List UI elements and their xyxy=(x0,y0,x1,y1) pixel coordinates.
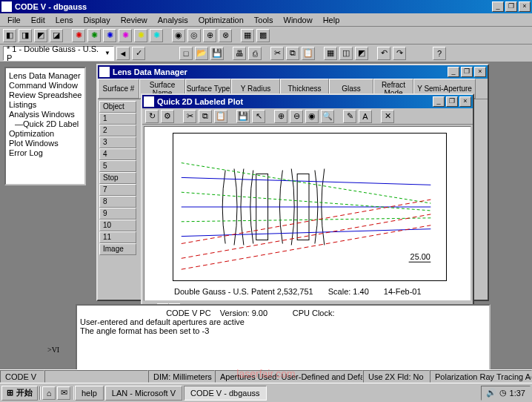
pointer-icon[interactable]: ↖ xyxy=(252,110,265,123)
row-header[interactable]: 10 xyxy=(99,220,136,231)
refresh-icon[interactable]: ↻ xyxy=(145,110,159,123)
col-surface-num[interactable]: Surface # xyxy=(98,79,139,99)
preview-icon[interactable]: ⎙ xyxy=(248,47,262,60)
save-icon[interactable]: 💾 xyxy=(236,110,250,123)
tool-icon[interactable]: ◉ xyxy=(172,29,185,42)
row-header[interactable]: 7 xyxy=(99,184,136,196)
tool-icon[interactable]: ◨ xyxy=(19,29,32,42)
minimize-button[interactable]: _ xyxy=(433,96,445,107)
new-icon[interactable]: □ xyxy=(179,47,193,60)
menu-window[interactable]: Window xyxy=(279,14,317,26)
cut-icon[interactable]: ✂ xyxy=(270,47,284,60)
zoom-fit-icon[interactable]: ◉ xyxy=(305,110,319,123)
maximize-button[interactable]: ❐ xyxy=(461,67,473,77)
gear-icon[interactable]: ✺ xyxy=(72,29,85,42)
tree-item[interactable]: —Quick 2D Label xyxy=(9,119,82,129)
open-icon[interactable]: 📂 xyxy=(195,47,208,60)
gear-icon[interactable]: ✺ xyxy=(103,29,116,42)
tree-item[interactable]: Error Log xyxy=(9,148,82,158)
table-icon[interactable]: ▦ xyxy=(324,47,337,60)
taskbar-task[interactable]: LAN - Microsoft V xyxy=(105,386,182,401)
minimize-button[interactable]: _ xyxy=(492,1,504,12)
row-header[interactable]: 9 xyxy=(99,208,136,220)
tree-item[interactable]: Optimization xyxy=(9,129,82,139)
row-header[interactable]: Stop xyxy=(99,172,136,184)
maximize-button[interactable]: ❐ xyxy=(446,96,458,107)
redo-icon[interactable]: ↷ xyxy=(393,47,406,60)
menu-display[interactable]: Display xyxy=(79,14,115,26)
check-icon[interactable]: ✓ xyxy=(132,47,145,60)
save-icon[interactable]: 💾 xyxy=(210,47,224,60)
row-header[interactable]: 1 xyxy=(99,113,136,125)
quicklaunch-icon[interactable]: ⌂ xyxy=(42,386,56,400)
copy-icon[interactable]: ⧉ xyxy=(199,110,212,123)
menu-edit[interactable]: Edit xyxy=(27,14,50,26)
menu-lens[interactable]: Lens xyxy=(51,14,78,26)
close-button[interactable]: × xyxy=(519,1,531,12)
tool-icon[interactable]: ⊕ xyxy=(203,29,216,42)
cut-icon[interactable]: ✂ xyxy=(183,110,196,123)
start-button[interactable]: ⊞ 开始 xyxy=(1,386,38,401)
tool-icon[interactable]: ◫ xyxy=(339,47,353,60)
print-icon[interactable]: 🖶 xyxy=(233,47,246,60)
row-header[interactable]: Object xyxy=(99,101,136,113)
gear-icon[interactable]: ✺ xyxy=(134,29,147,42)
navigator-panel[interactable]: Lens Data Manager Command Window Review … xyxy=(4,67,86,185)
delete-icon[interactable]: ✕ xyxy=(381,110,394,123)
tray-icon[interactable]: ◷ xyxy=(499,388,507,398)
row-header[interactable]: 8 xyxy=(99,196,136,208)
gear-icon[interactable]: ⚙ xyxy=(161,110,174,123)
tray-icon[interactable]: 🔊 xyxy=(486,388,496,398)
menu-tools[interactable]: Tools xyxy=(250,14,278,26)
zoom-in-icon[interactable]: ⊕ xyxy=(274,110,287,123)
minimize-button[interactable]: _ xyxy=(448,67,459,77)
menu-review[interactable]: Review xyxy=(116,14,152,26)
taskbar-task[interactable]: help xyxy=(75,386,104,401)
text-icon[interactable]: A xyxy=(359,110,372,123)
taskbar-task[interactable]: CODE V - dbgauss xyxy=(184,386,267,401)
plot-titlebar[interactable]: Quick 2D Labeled Plot _ ❐ × xyxy=(142,95,473,108)
tool-icon[interactable]: ◎ xyxy=(187,29,201,42)
row-header[interactable]: 3 xyxy=(99,136,136,148)
gear-icon[interactable]: ✺ xyxy=(119,29,132,42)
gear-icon[interactable]: ✺ xyxy=(150,29,163,42)
tree-item[interactable]: Listings xyxy=(9,100,82,110)
tool-icon[interactable]: ◧ xyxy=(3,29,16,42)
row-header[interactable]: 4 xyxy=(99,148,136,160)
document-combo[interactable]: * 1 - Double Gauss - U.S. P ▼ xyxy=(3,46,114,61)
paste-icon[interactable]: 📋 xyxy=(214,110,227,123)
paste-icon[interactable]: 📋 xyxy=(302,47,315,60)
gear-icon[interactable]: ✺ xyxy=(87,29,101,42)
tree-item[interactable]: Plot Windows xyxy=(9,139,82,148)
tree-item[interactable]: Lens Data Manager xyxy=(9,71,82,81)
tool-icon[interactable]: ▦ xyxy=(241,29,254,42)
zoom-icon[interactable]: 🔍 xyxy=(321,110,334,123)
tree-item[interactable]: Command Window xyxy=(9,81,82,90)
edit-icon[interactable]: ✎ xyxy=(343,110,356,123)
undo-icon[interactable]: ↶ xyxy=(377,47,390,60)
tree-item[interactable]: Analysis Windows xyxy=(9,110,82,119)
maximize-button[interactable]: ❐ xyxy=(505,1,517,12)
ldm-titlebar[interactable]: Lens Data Manager _ ❐ × xyxy=(98,65,488,79)
system-tray[interactable]: 🔊 ◷ 1:37 xyxy=(481,386,531,401)
menu-file[interactable]: File xyxy=(3,14,25,26)
tree-item[interactable]: Review Spreadshee xyxy=(9,90,82,100)
close-button[interactable]: × xyxy=(474,67,486,77)
menu-optimization[interactable]: Optimization xyxy=(194,14,248,26)
tool-icon[interactable]: ◪ xyxy=(50,29,63,42)
row-header[interactable]: Image xyxy=(99,243,136,255)
prev-icon[interactable]: ◄ xyxy=(116,47,130,60)
menu-help[interactable]: Help xyxy=(319,14,345,26)
tool-icon[interactable]: ◩ xyxy=(34,29,47,42)
tool-icon[interactable]: ▩ xyxy=(256,29,270,42)
row-header[interactable]: 11 xyxy=(99,231,136,243)
help-icon[interactable]: ? xyxy=(433,47,446,60)
quicklaunch-icon[interactable]: ✉ xyxy=(57,386,70,400)
copy-icon[interactable]: ⧉ xyxy=(286,47,299,60)
zoom-out-icon[interactable]: ⊖ xyxy=(290,110,303,123)
plot-canvas[interactable]: 25.00 Double Gauss - U.S. Patent 2,532,7… xyxy=(144,126,471,301)
close-button[interactable]: × xyxy=(459,96,471,107)
menu-analysis[interactable]: Analysis xyxy=(153,14,193,26)
row-header[interactable]: 5 xyxy=(99,160,136,172)
tool-icon[interactable]: ◩ xyxy=(355,47,368,60)
